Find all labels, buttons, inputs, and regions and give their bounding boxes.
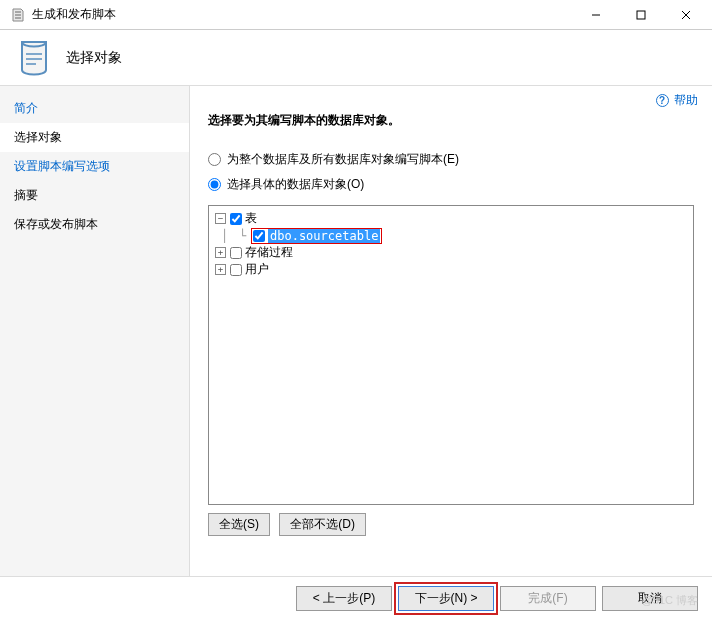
tree-check-tables[interactable]	[230, 213, 242, 225]
maximize-button[interactable]	[618, 1, 663, 29]
minimize-button[interactable]	[573, 1, 618, 29]
radio-entire-database-label: 为整个数据库及所有数据库对象编写脚本(E)	[227, 151, 459, 168]
wizard-footer: < 上一步(P) 下一步(N) > 完成(F) 取消	[0, 576, 712, 620]
tree-node-users[interactable]: + 用户	[215, 261, 687, 278]
radio-specific-objects-input[interactable]	[208, 178, 221, 191]
sidebar-item-summary[interactable]: 摘要	[0, 181, 189, 210]
tree-connector: │	[215, 229, 233, 243]
expand-icon[interactable]: +	[215, 264, 226, 275]
tree-connector: └	[233, 229, 251, 243]
radio-entire-database[interactable]: 为整个数据库及所有数据库对象编写脚本(E)	[208, 151, 694, 168]
tree-node-tables[interactable]: − 表	[215, 210, 687, 227]
app-icon	[10, 7, 26, 23]
tree-node-sourcetable[interactable]: │ └ dbo.sourcetable	[215, 227, 687, 244]
collapse-icon[interactable]: −	[215, 213, 226, 224]
deselect-all-button[interactable]: 全部不选(D)	[279, 513, 366, 536]
sidebar-item-intro[interactable]: 简介	[0, 94, 189, 123]
tree-check-users[interactable]	[230, 264, 242, 276]
close-button[interactable]	[663, 1, 708, 29]
sidebar: 简介 选择对象 设置脚本编写选项 摘要 保存或发布脚本	[0, 86, 190, 576]
tree-label-procedures: 存储过程	[245, 244, 293, 261]
script-icon	[12, 36, 56, 80]
main-panel: ? 帮助 选择要为其编写脚本的数据库对象。 为整个数据库及所有数据库对象编写脚本…	[190, 86, 712, 576]
radio-entire-database-input[interactable]	[208, 153, 221, 166]
wizard-header: 选择对象	[0, 30, 712, 86]
sidebar-item-select-objects[interactable]: 选择对象	[0, 123, 189, 152]
radio-specific-objects[interactable]: 选择具体的数据库对象(O)	[208, 176, 694, 193]
cancel-button[interactable]: 取消	[602, 586, 698, 611]
tree-check-procedures[interactable]	[230, 247, 242, 259]
help-link[interactable]: ? 帮助	[656, 92, 698, 109]
select-all-button[interactable]: 全选(S)	[208, 513, 270, 536]
tree-label-users: 用户	[245, 261, 269, 278]
sidebar-item-script-options[interactable]: 设置脚本编写选项	[0, 152, 189, 181]
svg-rect-1	[637, 11, 645, 19]
tree-label-tables: 表	[245, 210, 257, 227]
sidebar-item-save-publish[interactable]: 保存或发布脚本	[0, 210, 189, 239]
expand-icon[interactable]: +	[215, 247, 226, 258]
help-label: 帮助	[674, 93, 698, 107]
finish-button: 完成(F)	[500, 586, 596, 611]
highlight-box: dbo.sourcetable	[251, 228, 382, 244]
page-title: 选择对象	[66, 49, 122, 67]
object-tree[interactable]: − 表 │ └ dbo.sourcetable + 存储过程 + 用户	[208, 205, 694, 505]
instruction-text: 选择要为其编写脚本的数据库对象。	[208, 112, 694, 129]
selection-buttons: 全选(S) 全部不选(D)	[208, 513, 694, 536]
titlebar: 生成和发布脚本	[0, 0, 712, 30]
next-button[interactable]: 下一步(N) >	[398, 586, 494, 611]
wizard-body: 简介 选择对象 设置脚本编写选项 摘要 保存或发布脚本 ? 帮助 选择要为其编写…	[0, 86, 712, 576]
prev-button[interactable]: < 上一步(P)	[296, 586, 392, 611]
tree-node-procedures[interactable]: + 存储过程	[215, 244, 687, 261]
tree-check-sourcetable[interactable]	[253, 230, 265, 242]
tree-label-sourcetable[interactable]: dbo.sourcetable	[268, 229, 380, 243]
help-icon: ?	[656, 94, 669, 107]
radio-specific-objects-label: 选择具体的数据库对象(O)	[227, 176, 364, 193]
window-title: 生成和发布脚本	[32, 6, 573, 23]
